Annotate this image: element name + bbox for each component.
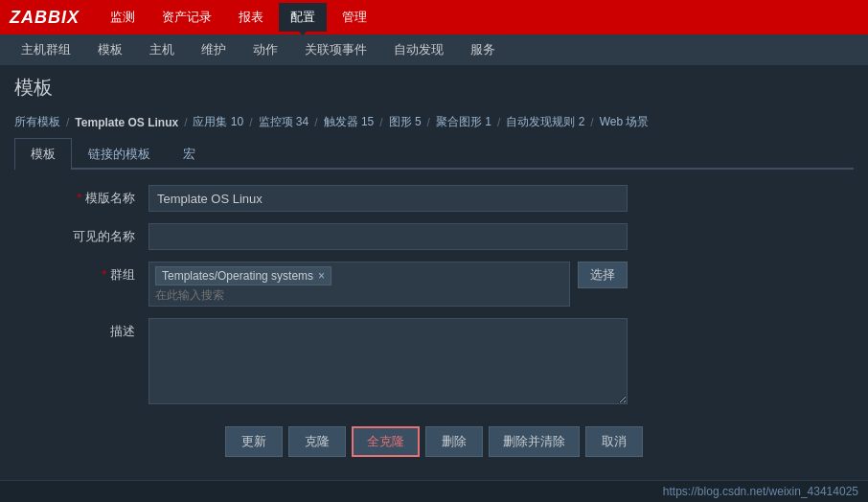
clone-button[interactable]: 克隆 — [288, 426, 346, 457]
breadcrumb-triggers[interactable]: 触发器 15 — [324, 114, 375, 130]
template-name-control — [148, 185, 628, 212]
select-group-button[interactable]: 选择 — [578, 262, 628, 288]
nav-actions[interactable]: 动作 — [241, 37, 289, 62]
nav-admin[interactable]: 管理 — [331, 3, 378, 32]
tab-bar: 模板 链接的模板 宏 — [14, 136, 854, 170]
breadcrumb: 所有模板 / Template OS Linux / 应用集 10 / 监控项 … — [14, 108, 854, 136]
nav-assets[interactable]: 资产记录 — [150, 3, 223, 32]
description-label: 描述 — [24, 318, 148, 340]
logo: ZABBIX — [10, 8, 80, 28]
breadcrumb-all-templates[interactable]: 所有模板 — [14, 114, 60, 130]
second-nav: 主机群组 模板 主机 维护 动作 关联项事件 自动发现 服务 — [0, 34, 868, 65]
description-control — [148, 318, 628, 407]
nav-reports[interactable]: 报表 — [227, 3, 275, 32]
delete-clear-button[interactable]: 删除并清除 — [489, 426, 580, 457]
nav-hostgroups[interactable]: 主机群组 — [10, 37, 82, 62]
nav-discovery[interactable]: 自动发现 — [382, 37, 455, 62]
nav-config[interactable]: 配置 — [279, 3, 327, 32]
delete-button[interactable]: 删除 — [425, 426, 483, 457]
group-label: 群组 — [24, 262, 148, 284]
breadcrumb-items[interactable]: 监控项 34 — [259, 114, 309, 130]
cancel-button[interactable]: 取消 — [585, 426, 643, 457]
breadcrumb-screens[interactable]: 聚合图形 1 — [436, 114, 491, 130]
visible-name-control — [148, 223, 628, 250]
status-url: https://blog.csdn.net/weixin_43414025 — [663, 485, 858, 498]
top-nav-items: 监测 资产记录 报表 配置 管理 — [99, 3, 378, 32]
nav-hosts[interactable]: 主机 — [138, 37, 186, 62]
form-area: 模版名称 可见的名称 群组 Templates/Operating system… — [14, 170, 854, 476]
tab-linked-templates[interactable]: 链接的模板 — [72, 138, 167, 170]
visible-name-row: 可见的名称 — [14, 223, 854, 250]
tab-template[interactable]: 模板 — [14, 138, 72, 170]
visible-name-input[interactable] — [148, 223, 628, 250]
top-nav: ZABBIX 监测 资产记录 报表 配置 管理 — [0, 0, 868, 34]
status-bar: https://blog.csdn.net/weixin_43414025 — [0, 480, 868, 502]
breadcrumb-graphs[interactable]: 图形 5 — [389, 114, 422, 130]
nav-maintenance[interactable]: 维护 — [190, 37, 238, 62]
group-field: Templates/Operating systems × — [148, 262, 570, 307]
breadcrumb-web-scenarios[interactable]: Web 场景 — [600, 114, 650, 130]
full-clone-button[interactable]: 全克隆 — [352, 426, 420, 457]
button-row: 更新 克隆 全克隆 删除 删除并清除 取消 — [14, 426, 854, 467]
page-title: 模板 — [14, 75, 854, 101]
nav-monitor[interactable]: 监测 — [99, 3, 147, 32]
template-name-label: 模版名称 — [24, 185, 148, 207]
tab-macros[interactable]: 宏 — [167, 138, 212, 170]
page-content: 模板 所有模板 / Template OS Linux / 应用集 10 / 监… — [0, 65, 868, 486]
description-input[interactable] — [148, 318, 628, 404]
breadcrumb-discovery-rules[interactable]: 自动发现规则 2 — [506, 114, 584, 130]
nav-event-correlation[interactable]: 关联项事件 — [293, 37, 378, 62]
nav-templates[interactable]: 模板 — [86, 37, 134, 62]
visible-name-label: 可见的名称 — [24, 223, 148, 245]
description-row: 描述 — [14, 318, 854, 407]
group-search-input[interactable] — [155, 288, 299, 302]
group-control: Templates/Operating systems × 选择 — [148, 262, 628, 307]
breadcrumb-appsets[interactable]: 应用集 10 — [193, 114, 243, 130]
breadcrumb-template-os-linux[interactable]: Template OS Linux — [75, 116, 178, 129]
group-row: 群组 Templates/Operating systems × 选择 — [14, 262, 854, 307]
update-button[interactable]: 更新 — [225, 426, 283, 457]
group-tag: Templates/Operating systems × — [155, 266, 331, 285]
template-name-input[interactable] — [148, 185, 628, 212]
group-tag-label: Templates/Operating systems — [162, 269, 313, 283]
group-tag-remove[interactable]: × — [318, 269, 325, 283]
template-name-row: 模版名称 — [14, 185, 854, 212]
nav-services[interactable]: 服务 — [459, 37, 507, 62]
